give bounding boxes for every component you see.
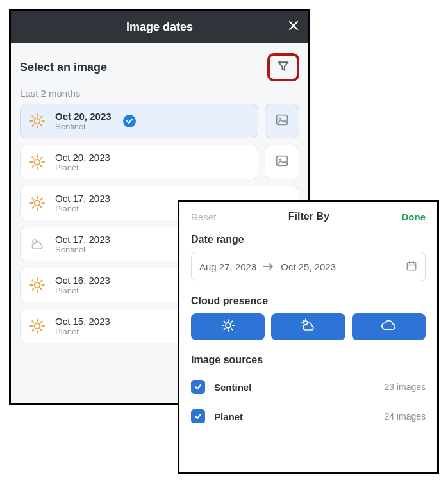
svg-point-9 — [35, 323, 40, 329]
date-range-input[interactable]: Aug 27, 2023 Oct 25, 2023 — [191, 252, 426, 281]
image-source: Planet — [55, 163, 110, 172]
sun-icon — [28, 112, 46, 130]
svg-rect-10 — [407, 262, 416, 270]
done-button[interactable]: Done — [401, 211, 426, 222]
filter-title: Filter By — [288, 211, 329, 222]
reset-button[interactable]: Reset — [191, 211, 216, 222]
svg-point-11 — [226, 323, 231, 328]
sun-cloud-icon — [299, 318, 317, 336]
source-checkbox[interactable] — [191, 409, 205, 423]
image-date: Oct 20, 2023 — [55, 111, 112, 122]
source-name: Planet — [214, 411, 375, 422]
select-image-label: Select an image — [20, 61, 107, 74]
cloud-presence-label: Cloud presence — [191, 295, 426, 307]
image-source-row: Planet24 images — [191, 402, 426, 431]
image-source-row: Sentinel23 images — [191, 372, 426, 402]
sun-icon — [28, 317, 46, 335]
source-name: Sentinel — [214, 382, 375, 393]
image-source: Planet — [55, 204, 110, 213]
date-range-label: Date range — [191, 234, 426, 245]
filter-button[interactable] — [267, 53, 299, 81]
sun-icon — [220, 318, 236, 336]
sun-icon — [28, 153, 46, 171]
source-checkbox[interactable] — [191, 380, 205, 394]
cloud-option-cloud[interactable] — [352, 313, 426, 340]
cloud-option-part-cloud[interactable] — [271, 313, 345, 340]
panel-header: Image dates — [11, 11, 308, 43]
image-source: Planet — [55, 327, 110, 336]
image-date-card[interactable]: Oct 20, 2023Sentinel — [20, 104, 258, 138]
image-icon — [275, 154, 289, 170]
image-date: Oct 20, 2023 — [55, 152, 110, 163]
sun-cloud-icon — [28, 235, 46, 253]
date-to: Oct 25, 2023 — [281, 261, 336, 272]
panel-title: Image dates — [126, 20, 193, 34]
image-icon — [275, 113, 289, 129]
svg-point-0 — [35, 119, 40, 124]
image-source: Sentinel — [55, 122, 112, 131]
image-sources-label: Image sources — [191, 354, 426, 366]
image-date: Oct 15, 2023 — [55, 316, 110, 327]
selected-check-icon — [123, 115, 136, 127]
sun-icon — [28, 276, 46, 294]
calendar-icon — [406, 260, 417, 274]
cloud-icon — [379, 318, 397, 335]
svg-point-8 — [35, 282, 40, 288]
image-date: Oct 16, 2023 — [55, 275, 110, 286]
source-count: 24 images — [384, 411, 426, 422]
image-date: Oct 17, 2023 — [55, 234, 110, 245]
svg-point-3 — [35, 160, 40, 165]
filter-icon — [277, 60, 290, 75]
image-date: Oct 17, 2023 — [55, 193, 110, 204]
date-group-label: Last 2 months — [20, 88, 299, 99]
image-source: Planet — [55, 286, 110, 295]
svg-point-6 — [35, 201, 40, 206]
date-from: Aug 27, 2023 — [199, 261, 256, 272]
source-count: 23 images — [384, 382, 426, 392]
close-icon[interactable] — [288, 20, 299, 34]
image-preview-button[interactable] — [265, 104, 299, 138]
arrow-right-icon — [263, 261, 274, 272]
sun-icon — [28, 194, 46, 212]
image-preview-button[interactable] — [265, 145, 299, 179]
cloud-option-sun[interactable] — [191, 313, 265, 340]
image-date-card[interactable]: Oct 20, 2023Planet — [20, 145, 258, 179]
image-source: Sentinel — [55, 245, 110, 254]
filter-panel: Reset Filter By Done Date range Aug 27, … — [178, 200, 439, 474]
